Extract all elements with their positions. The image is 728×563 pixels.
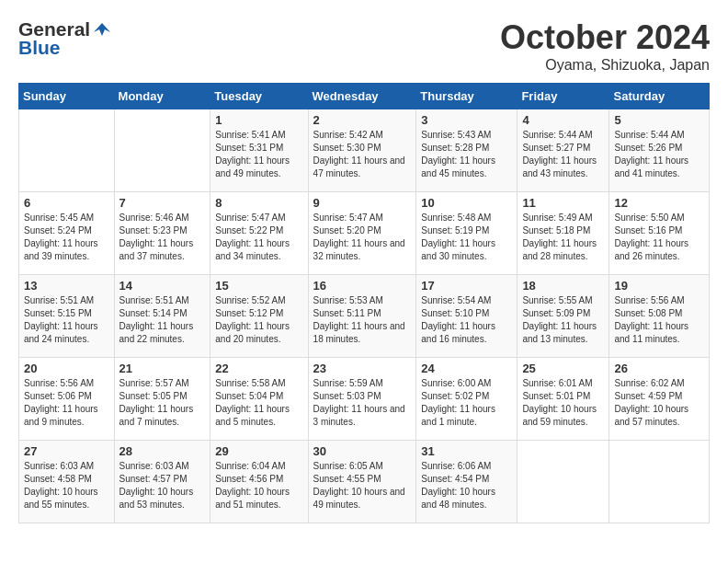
calendar-cell: 25 Sunrise: 6:01 AMSunset: 5:01 PMDaylig…	[518, 358, 609, 441]
day-info: Sunrise: 5:49 AMSunset: 5:18 PMDaylight:…	[522, 212, 604, 263]
calendar-cell: 18 Sunrise: 5:55 AMSunset: 5:09 PMDaylig…	[518, 275, 609, 358]
day-info: Sunrise: 5:47 AMSunset: 5:20 PMDaylight:…	[313, 212, 412, 263]
calendar-week-row: 13 Sunrise: 5:51 AMSunset: 5:15 PMDaylig…	[19, 275, 710, 358]
location-title: Oyama, Shizuoka, Japan	[500, 57, 710, 74]
day-info: Sunrise: 6:06 AMSunset: 4:54 PMDaylight:…	[421, 460, 512, 511]
day-number: 15	[215, 279, 302, 293]
day-info: Sunrise: 6:03 AMSunset: 4:57 PMDaylight:…	[119, 460, 206, 511]
day-info: Sunrise: 5:41 AMSunset: 5:31 PMDaylight:…	[215, 129, 302, 180]
day-info: Sunrise: 6:00 AMSunset: 5:02 PMDaylight:…	[421, 377, 512, 429]
calendar-cell: 12 Sunrise: 5:50 AMSunset: 5:16 PMDaylig…	[609, 192, 710, 275]
day-info: Sunrise: 5:47 AMSunset: 5:22 PMDaylight:…	[215, 212, 302, 263]
day-number: 4	[522, 113, 604, 127]
col-monday: Monday	[114, 84, 210, 109]
calendar-cell: 4 Sunrise: 5:44 AMSunset: 5:27 PMDayligh…	[518, 109, 609, 192]
day-number: 23	[313, 362, 412, 375]
day-number: 28	[119, 444, 206, 458]
col-friday: Friday	[518, 84, 609, 109]
calendar-table: Sunday Monday Tuesday Wednesday Thursday…	[18, 83, 710, 523]
day-number: 9	[313, 196, 412, 210]
day-info: Sunrise: 6:04 AMSunset: 4:56 PMDaylight:…	[215, 460, 302, 511]
day-info: Sunrise: 5:53 AMSunset: 5:11 PMDaylight:…	[313, 294, 412, 346]
day-number: 10	[421, 196, 512, 210]
day-info: Sunrise: 5:59 AMSunset: 5:03 PMDaylight:…	[313, 377, 412, 429]
calendar-cell: 3 Sunrise: 5:43 AMSunset: 5:28 PMDayligh…	[416, 109, 518, 192]
calendar-cell: 29 Sunrise: 6:04 AMSunset: 4:56 PMDaylig…	[210, 441, 308, 523]
day-number: 30	[313, 444, 412, 458]
calendar-week-row: 20 Sunrise: 5:56 AMSunset: 5:06 PMDaylig…	[19, 358, 710, 441]
calendar-cell	[609, 441, 710, 523]
day-info: Sunrise: 5:52 AMSunset: 5:12 PMDaylight:…	[215, 294, 302, 346]
calendar-week-row: 6 Sunrise: 5:45 AMSunset: 5:24 PMDayligh…	[19, 192, 710, 275]
day-info: Sunrise: 5:44 AMSunset: 5:27 PMDaylight:…	[522, 129, 604, 180]
calendar-cell: 22 Sunrise: 5:58 AMSunset: 5:04 PMDaylig…	[210, 358, 308, 441]
day-info: Sunrise: 6:03 AMSunset: 4:58 PMDaylight:…	[24, 460, 109, 511]
day-number: 26	[614, 362, 704, 375]
calendar-cell: 31 Sunrise: 6:06 AMSunset: 4:54 PMDaylig…	[416, 441, 518, 523]
day-info: Sunrise: 5:50 AMSunset: 5:16 PMDaylight:…	[614, 212, 704, 263]
calendar-cell: 10 Sunrise: 5:48 AMSunset: 5:19 PMDaylig…	[416, 192, 518, 275]
calendar-cell: 24 Sunrise: 6:00 AMSunset: 5:02 PMDaylig…	[416, 358, 518, 441]
day-number: 12	[614, 196, 704, 210]
day-info: Sunrise: 5:56 AMSunset: 5:06 PMDaylight:…	[24, 377, 109, 429]
day-number: 2	[313, 113, 412, 127]
day-info: Sunrise: 5:42 AMSunset: 5:30 PMDaylight:…	[313, 129, 412, 180]
day-number: 21	[119, 362, 206, 375]
logo-bird-icon	[92, 19, 112, 40]
day-number: 6	[24, 196, 109, 210]
day-info: Sunrise: 5:58 AMSunset: 5:04 PMDaylight:…	[215, 377, 302, 429]
day-number: 5	[614, 113, 704, 127]
calendar-cell: 9 Sunrise: 5:47 AMSunset: 5:20 PMDayligh…	[308, 192, 416, 275]
calendar-cell: 6 Sunrise: 5:45 AMSunset: 5:24 PMDayligh…	[19, 192, 115, 275]
calendar-cell: 2 Sunrise: 5:42 AMSunset: 5:30 PMDayligh…	[308, 109, 416, 192]
day-number: 18	[522, 279, 604, 293]
day-info: Sunrise: 5:48 AMSunset: 5:19 PMDaylight:…	[421, 212, 512, 263]
calendar-cell	[19, 109, 115, 192]
calendar-cell: 5 Sunrise: 5:44 AMSunset: 5:26 PMDayligh…	[609, 109, 710, 192]
day-number: 24	[421, 362, 512, 375]
day-number: 3	[421, 113, 512, 127]
day-info: Sunrise: 5:55 AMSunset: 5:09 PMDaylight:…	[522, 294, 604, 346]
calendar-cell: 16 Sunrise: 5:53 AMSunset: 5:11 PMDaylig…	[308, 275, 416, 358]
day-number: 17	[421, 279, 512, 293]
calendar-cell: 13 Sunrise: 5:51 AMSunset: 5:15 PMDaylig…	[19, 275, 115, 358]
day-info: Sunrise: 5:44 AMSunset: 5:26 PMDaylight:…	[614, 129, 704, 180]
day-info: Sunrise: 5:51 AMSunset: 5:15 PMDaylight:…	[24, 294, 109, 346]
calendar-cell: 8 Sunrise: 5:47 AMSunset: 5:22 PMDayligh…	[210, 192, 308, 275]
day-info: Sunrise: 5:54 AMSunset: 5:10 PMDaylight:…	[421, 294, 512, 346]
header-row: Sunday Monday Tuesday Wednesday Thursday…	[19, 84, 710, 109]
calendar-cell: 15 Sunrise: 5:52 AMSunset: 5:12 PMDaylig…	[210, 275, 308, 358]
col-wednesday: Wednesday	[308, 84, 416, 109]
calendar-cell: 20 Sunrise: 5:56 AMSunset: 5:06 PMDaylig…	[19, 358, 115, 441]
calendar-cell: 11 Sunrise: 5:49 AMSunset: 5:18 PMDaylig…	[518, 192, 609, 275]
col-saturday: Saturday	[609, 84, 710, 109]
day-info: Sunrise: 5:56 AMSunset: 5:08 PMDaylight:…	[614, 294, 704, 346]
calendar-week-row: 1 Sunrise: 5:41 AMSunset: 5:31 PMDayligh…	[19, 109, 710, 192]
day-number: 19	[614, 279, 704, 293]
col-tuesday: Tuesday	[210, 84, 308, 109]
logo: General Blue	[18, 18, 112, 59]
day-number: 31	[421, 444, 512, 458]
title-section: October 2024 Oyama, Shizuoka, Japan	[500, 18, 710, 74]
day-info: Sunrise: 5:43 AMSunset: 5:28 PMDaylight:…	[421, 129, 512, 180]
svg-marker-0	[94, 23, 110, 36]
calendar-week-row: 27 Sunrise: 6:03 AMSunset: 4:58 PMDaylig…	[19, 441, 710, 523]
day-number: 16	[313, 279, 412, 293]
day-info: Sunrise: 5:51 AMSunset: 5:14 PMDaylight:…	[119, 294, 206, 346]
day-number: 7	[119, 196, 206, 210]
calendar-cell: 19 Sunrise: 5:56 AMSunset: 5:08 PMDaylig…	[609, 275, 710, 358]
day-number: 1	[215, 113, 302, 127]
day-info: Sunrise: 5:57 AMSunset: 5:05 PMDaylight:…	[119, 377, 206, 429]
calendar-cell	[114, 109, 210, 192]
logo-blue-text: Blue	[18, 37, 61, 59]
calendar-cell: 7 Sunrise: 5:46 AMSunset: 5:23 PMDayligh…	[114, 192, 210, 275]
day-number: 11	[522, 196, 604, 210]
calendar-cell: 30 Sunrise: 6:05 AMSunset: 4:55 PMDaylig…	[308, 441, 416, 523]
calendar-cell: 1 Sunrise: 5:41 AMSunset: 5:31 PMDayligh…	[210, 109, 308, 192]
calendar-cell	[518, 441, 609, 523]
day-number: 25	[522, 362, 604, 375]
day-number: 27	[24, 444, 109, 458]
day-info: Sunrise: 5:46 AMSunset: 5:23 PMDaylight:…	[119, 212, 206, 263]
calendar-cell: 26 Sunrise: 6:02 AMSunset: 4:59 PMDaylig…	[609, 358, 710, 441]
day-info: Sunrise: 6:01 AMSunset: 5:01 PMDaylight:…	[522, 377, 604, 429]
